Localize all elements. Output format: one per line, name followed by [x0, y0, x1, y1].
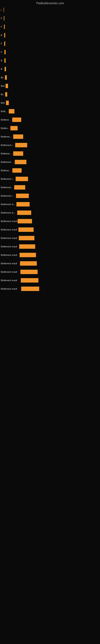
bar-row-wrap: Bottleneck result	[0, 259, 100, 268]
bar-row-wrap: Bottleneck result	[0, 217, 100, 226]
bar	[19, 236, 34, 240]
bar-row: Bottleneck resul	[1, 159, 99, 165]
bar-label: Bottleneck re	[1, 118, 12, 121]
bar-row: Bottleneck result	[1, 252, 99, 258]
bar	[20, 261, 37, 266]
bar-label: B	[1, 34, 4, 36]
bar-row-wrap: Bott	[0, 98, 100, 107]
bar	[4, 16, 4, 20]
bar-row: Bottleneck result	[1, 269, 99, 275]
bar-label: Bottleneck result	[1, 279, 20, 282]
bar	[4, 24, 5, 29]
bar-row-wrap: Bottleneck result	[0, 268, 100, 276]
bar-row-wrap: Bottleneck resul	[0, 158, 100, 166]
bar-row: Bottleneck res	[1, 150, 99, 156]
bar-row: Bottlene	[1, 108, 99, 114]
bar	[20, 253, 36, 257]
bar-row-wrap: Bottleneck result	[0, 208, 100, 217]
bar-row: Bottleneck resu	[1, 184, 99, 190]
bar-row: B	[1, 32, 99, 38]
bar	[13, 134, 23, 139]
bar	[18, 228, 34, 232]
bar	[9, 109, 14, 114]
bar	[4, 58, 6, 63]
bar-row-wrap: Bottleneck	[0, 124, 100, 132]
chart-area: |FFBFFBBBoBottBoBottBottleneBottleneck r…	[0, 6, 100, 293]
bar-label: F	[1, 42, 4, 45]
bar-label: Bo	[1, 76, 4, 79]
bar	[17, 210, 31, 215]
bar-label: Bo	[1, 93, 5, 96]
bar-label: Bottleneck resul	[1, 161, 14, 163]
bar-label: B	[1, 59, 4, 62]
bar	[5, 92, 7, 96]
bar-row: Bottleneck result	[1, 176, 99, 182]
bar-row: Bottleneck re	[1, 117, 99, 123]
bar-label: Bottleneck result	[1, 178, 15, 180]
bar	[6, 84, 8, 88]
bar-row-wrap: Bottleneck result	[0, 234, 100, 242]
bar-row-wrap: Bottleneck result	[0, 226, 100, 234]
bar	[3, 8, 4, 12]
bar	[16, 202, 30, 206]
bar-row-wrap: Bottleneck res	[0, 149, 100, 158]
bar-row-wrap: Bottlene	[0, 107, 100, 116]
bar-row: Bott	[1, 83, 99, 89]
bar-row: Bottleneck result	[1, 210, 99, 216]
bar-row: Bottleneck result	[1, 286, 99, 292]
bar	[4, 42, 5, 46]
bar-row: Bottleneck result	[1, 218, 99, 224]
bar	[21, 286, 39, 291]
bar	[5, 75, 7, 80]
bar-label: F	[1, 17, 3, 20]
bar-row: |	[1, 7, 99, 13]
bar	[6, 100, 9, 105]
bar-row: Bott	[1, 100, 99, 106]
bar-label: Bottleneck res	[1, 152, 13, 155]
bar-label: Bottleneck result	[1, 203, 16, 206]
bar	[4, 50, 6, 54]
bar-row-wrap: Bottleneck result	[0, 242, 100, 251]
bar-row: Bottleneck result	[1, 235, 99, 241]
bar	[13, 151, 23, 156]
bar-row: F	[1, 49, 99, 55]
bar-label: Bottleneck res	[1, 136, 13, 138]
bar-row-wrap: Bott	[0, 82, 100, 90]
bar-row: Bottleneck	[1, 125, 99, 131]
bar	[10, 126, 18, 130]
bar-row-wrap: Bottleneck result	[0, 284, 100, 293]
bar-row-wrap: Bo	[0, 73, 100, 82]
bar	[16, 194, 29, 198]
bar-label: Bottleneck result	[1, 288, 21, 290]
bar	[12, 118, 21, 122]
bar-label: Bottleneck result	[1, 228, 18, 231]
bar-row-wrap: F	[0, 22, 100, 31]
bar-label: Bottleneck result	[1, 262, 20, 265]
bar-row-wrap: Bo	[0, 90, 100, 98]
bar-row-wrap: Bottleneck resu	[0, 183, 100, 192]
bar	[20, 270, 38, 274]
bar-row: Bottleneck result	[1, 260, 99, 266]
bar-row-wrap: Bottleneck result	[0, 200, 100, 208]
bar	[4, 33, 5, 38]
bar-row-wrap: B	[0, 31, 100, 40]
bar	[16, 177, 28, 181]
bar-row-wrap: Bottleneck re	[0, 116, 100, 124]
bar-label: Bottleneck result	[1, 245, 19, 248]
bar-label: F	[1, 26, 3, 28]
bar-row-wrap: B	[0, 56, 100, 65]
bar-row-wrap: B	[0, 65, 100, 73]
bar-label: Bott	[1, 85, 5, 87]
bar-row: Bottleneck result	[1, 277, 99, 283]
bar-label: Bottlene	[1, 110, 8, 112]
bar-row: F	[1, 24, 99, 30]
bar-label: Bottleneck re	[1, 169, 12, 172]
bar	[15, 143, 27, 147]
bar-row: Bottleneck result	[1, 193, 99, 199]
bar-row-wrap: F	[0, 48, 100, 56]
bar-row-wrap: |	[0, 6, 100, 14]
site-title: TheBottlenecker.com	[0, 0, 100, 6]
bar-label: Bottleneck result	[1, 194, 16, 197]
bar-row: Bo	[1, 91, 99, 98]
bar	[18, 219, 32, 224]
